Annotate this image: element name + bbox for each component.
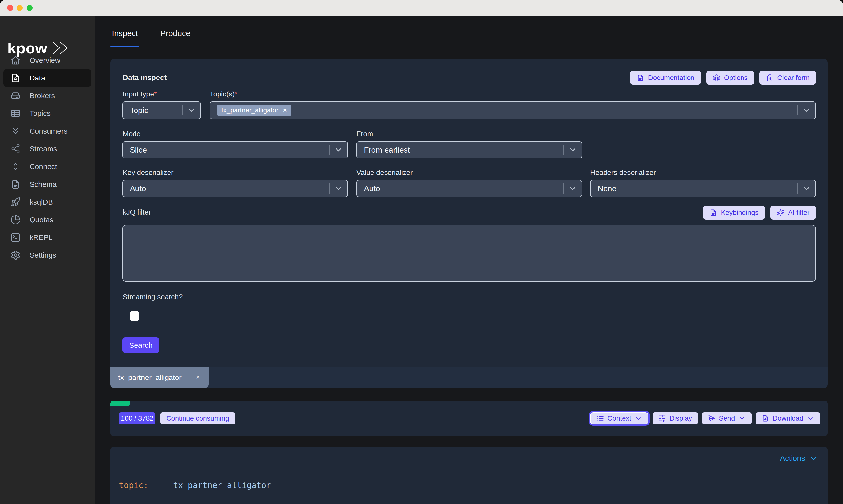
key-deserializer-label: Key deserializer <box>123 168 173 177</box>
chevron-down-icon <box>807 415 814 422</box>
button-label: Download <box>773 414 803 422</box>
sidebar-item-label: Data <box>30 74 45 82</box>
streaming-search-checkbox[interactable] <box>130 311 139 321</box>
clear-form-button[interactable]: Clear form <box>759 71 816 85</box>
context-button[interactable]: Context <box>590 412 649 424</box>
record-metadata: topic:tx_partner_alligator partition:5 o… <box>119 456 296 504</box>
hard-drive-icon <box>10 91 21 101</box>
consume-progress-bar <box>110 401 130 406</box>
panel-title: Data inspect <box>123 73 167 82</box>
select-value: Slice <box>130 145 147 155</box>
sidebar-item-label: kREPL <box>30 233 52 242</box>
unfold-vertical-icon <box>10 161 21 172</box>
sidebar-item-label: Consumers <box>30 127 67 136</box>
kjq-filter-textarea[interactable] <box>122 225 816 282</box>
button-label: Documentation <box>648 74 694 82</box>
topics-multiselect[interactable]: tx_partner_alligator × <box>210 102 816 119</box>
ai-filter-button[interactable]: AI filter <box>770 206 816 219</box>
select-value: None <box>598 184 617 193</box>
sidebar-item-schema[interactable]: Schema <box>0 176 95 193</box>
continue-consuming-button[interactable]: Continue consuming <box>160 412 235 424</box>
sidebar-item-label: Settings <box>30 251 56 259</box>
sidebar-nav: Overview Data Brokers Topics Consumers S… <box>0 51 95 264</box>
options-button[interactable]: Options <box>706 71 754 85</box>
sidebar-item-topics[interactable]: Topics <box>0 105 95 122</box>
sidebar-item-consumers[interactable]: Consumers <box>0 122 95 140</box>
sidebar-item-settings[interactable]: Settings <box>0 246 95 264</box>
sidebar-item-streams[interactable]: Streams <box>0 140 95 158</box>
data-inspect-panel: Data inspect Documentation Options Clear… <box>110 58 828 367</box>
sliders-icon <box>658 415 666 422</box>
app-window: kpow Overview Data Brokers Topics <box>0 0 843 504</box>
list-icon <box>597 415 604 422</box>
button-label: AI filter <box>788 209 809 217</box>
key-deserializer-select[interactable]: Auto <box>122 180 348 197</box>
sidebar-item-overview[interactable]: Overview <box>0 51 95 69</box>
button-label: Clear form <box>777 74 809 82</box>
sidebar: kpow Overview Data Brokers Topics <box>0 16 95 504</box>
required-marker: * <box>235 90 238 98</box>
zoom-window-button[interactable] <box>27 5 33 11</box>
results-toolbar: 100 / 3782 Continue consuming Context Di… <box>119 412 820 424</box>
tab-inspect[interactable]: Inspect <box>110 25 139 48</box>
sidebar-item-ksqldb[interactable]: ksqlDB <box>0 193 95 211</box>
documentation-button[interactable]: Documentation <box>630 71 701 85</box>
sidebar-item-brokers[interactable]: Brokers <box>0 87 95 105</box>
table-icon <box>10 108 21 119</box>
mode-select[interactable]: Slice <box>122 141 348 159</box>
sidebar-item-data[interactable]: Data <box>3 69 91 87</box>
minimize-window-button[interactable] <box>17 5 23 11</box>
send-button[interactable]: Send <box>702 412 752 424</box>
download-button[interactable]: Download <box>756 412 820 424</box>
kjq-filter-label: kJQ filter <box>123 208 151 216</box>
sidebar-item-krepl[interactable]: kREPL <box>0 229 95 246</box>
streaming-search-label: Streaming search? <box>123 293 183 301</box>
topics-label: Topic(s)* <box>210 90 238 98</box>
panel-toolbar: Documentation Options Clear form <box>630 71 816 85</box>
gear-icon <box>10 250 21 260</box>
tab-produce[interactable]: Produce <box>159 25 192 48</box>
share-network-icon <box>10 144 21 154</box>
remove-topic-button[interactable]: × <box>283 107 287 114</box>
record-field-topic: topic:tx_partner_alligator <box>119 480 296 491</box>
results-tab-strip: tx_partner_alligator × <box>110 367 828 388</box>
record-actions-menu[interactable]: Actions <box>780 454 819 463</box>
chevron-down-icon <box>798 184 815 193</box>
filter-buttons: Keybindings AI filter <box>703 206 816 219</box>
button-label: Context <box>607 414 631 422</box>
close-window-button[interactable] <box>7 5 13 11</box>
value-deserializer-label: Value deserializer <box>357 168 413 177</box>
display-button[interactable]: Display <box>653 412 698 424</box>
sidebar-item-label: Connect <box>30 162 57 171</box>
sidebar-item-connect[interactable]: Connect <box>0 158 95 176</box>
headers-deserializer-select[interactable]: None <box>590 180 816 197</box>
chevron-down-icon <box>330 145 347 154</box>
chevron-down-icon <box>738 415 746 422</box>
record-panel: Actions topic:tx_partner_alligator parti… <box>110 447 828 504</box>
paper-plane-icon <box>708 415 716 422</box>
sidebar-item-label: ksqlDB <box>30 198 53 206</box>
file-search-icon <box>10 73 21 83</box>
results-tab-tx-partner-alligator[interactable]: tx_partner_alligator × <box>110 367 209 388</box>
sidebar-item-label: Topics <box>30 109 51 118</box>
from-select[interactable]: From earliest <box>357 141 582 159</box>
button-label: Keybindings <box>721 209 758 217</box>
keybindings-button[interactable]: Keybindings <box>703 206 765 219</box>
chevron-down-icon <box>183 106 200 115</box>
rocket-icon <box>10 197 21 207</box>
record-actions-label: Actions <box>780 454 805 463</box>
headers-deserializer-label: Headers deserializer <box>590 168 656 177</box>
chevron-down-icon <box>330 184 347 193</box>
sidebar-item-quotas[interactable]: Quotas <box>0 211 95 229</box>
title-bar <box>0 0 843 16</box>
from-label: From <box>357 130 373 138</box>
close-results-tab-button[interactable]: × <box>196 374 200 381</box>
input-type-select[interactable]: Topic <box>122 102 201 119</box>
sidebar-item-label: Brokers <box>30 92 55 100</box>
topic-tag: tx_partner_alligator × <box>217 105 291 116</box>
select-value: Auto <box>364 184 380 193</box>
search-button[interactable]: Search <box>122 337 159 353</box>
chevron-down-icon <box>564 145 582 154</box>
value-deserializer-select[interactable]: Auto <box>357 180 582 197</box>
input-type-label: Input type* <box>123 90 157 98</box>
